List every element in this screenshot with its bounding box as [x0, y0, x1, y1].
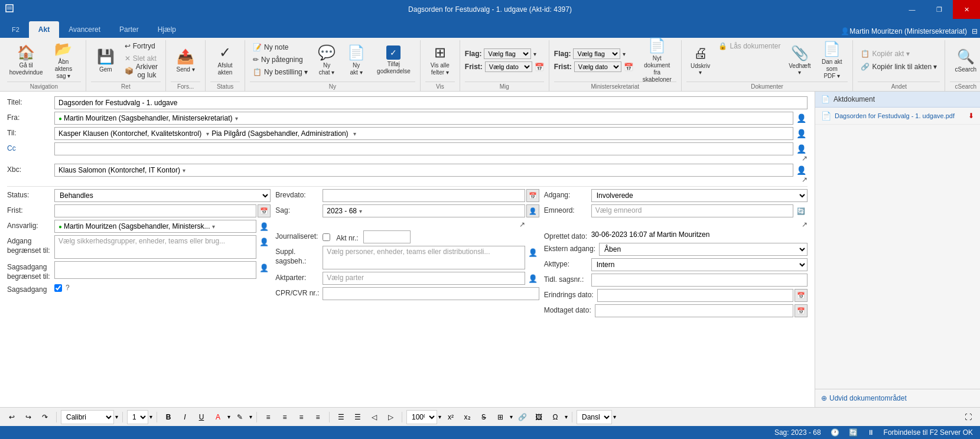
open-act-button[interactable]: 📂 Åbn aktenssag ▾	[46, 40, 81, 80]
tab-parter[interactable]: Parter	[110, 21, 148, 38]
aktparter-person-btn[interactable]: 👤	[526, 272, 539, 285]
til-dropdown1[interactable]: ▾	[206, 131, 209, 137]
laas-dokumenter-button[interactable]: 🔒 Lås dokumenter	[715, 40, 783, 52]
align-left-btn[interactable]: ≡	[261, 410, 275, 424]
cprcvr-input[interactable]	[323, 287, 539, 300]
erindrings-cal-btn[interactable]: 📅	[795, 289, 808, 302]
xbc-expand-icon[interactable]: ↗	[802, 175, 808, 184]
pdf-download-icon[interactable]: ⬇	[968, 112, 974, 120]
sag-dropdown[interactable]: ▾	[359, 208, 362, 214]
titel-input[interactable]	[54, 96, 808, 109]
cc-field[interactable]	[54, 142, 793, 155]
undo-toolbar-btn[interactable]: ↩	[5, 410, 19, 424]
frist-input[interactable]	[54, 204, 256, 217]
minimize-btn[interactable]: —	[898, 0, 926, 19]
adgang-field[interactable]: Vælg sikkerhedsgrupper, enheder, teams e…	[54, 235, 256, 259]
xbc-person-btn[interactable]: 👤	[795, 164, 808, 177]
min-flag-select[interactable]: Vælg flag	[573, 48, 620, 59]
bold-btn[interactable]: B	[161, 410, 175, 424]
ekstern-select[interactable]: Åben	[599, 243, 808, 256]
frist-calendar-btn[interactable]: 📅	[258, 204, 271, 217]
ny-akt-button[interactable]: 📄 Nyakt ▾	[343, 40, 370, 80]
num-list-btn[interactable]: ☰	[350, 410, 364, 424]
lang-select[interactable]: Dansk	[577, 410, 612, 424]
link-btn[interactable]: 🔗	[515, 410, 529, 424]
emneord-expand-icon[interactable]: ↗	[802, 220, 808, 229]
indent-inc-btn[interactable]: ▷	[383, 410, 398, 424]
close-btn[interactable]: ✕	[953, 0, 980, 19]
table-dropdown[interactable]: ▾	[510, 414, 513, 420]
align-center-btn[interactable]: ≡	[278, 410, 292, 424]
special-chars-btn[interactable]: Ω	[548, 410, 562, 424]
special-dropdown[interactable]: ▾	[565, 414, 568, 420]
font-color-dropdown[interactable]: ▾	[227, 414, 230, 420]
redo2-toolbar-btn[interactable]: ↷	[38, 410, 52, 424]
tab-avanceret[interactable]: Avanceret	[59, 21, 110, 38]
tilfoej-godkendelse-button[interactable]: ✓ Tilføjgodkendelse	[372, 40, 415, 80]
italic-btn[interactable]: I	[178, 410, 192, 424]
sagsadgang-checkbox[interactable]	[54, 284, 62, 292]
akt-nr-input[interactable]	[363, 230, 411, 243]
finish-button[interactable]: ✓ Afslutakten	[210, 40, 240, 80]
brevdato-input[interactable]	[323, 189, 525, 202]
justify-btn[interactable]: ≡	[311, 410, 325, 424]
strikethrough-btn[interactable]: S̶	[477, 410, 491, 424]
underline-btn[interactable]: U	[194, 410, 209, 424]
modtaget-input[interactable]	[595, 304, 793, 317]
tab-f2[interactable]: F2	[2, 21, 29, 38]
size-dropdown[interactable]: ▾	[149, 414, 152, 420]
subscript-btn[interactable]: x₂	[460, 410, 474, 424]
fra-person-btn[interactable]: 👤	[795, 112, 808, 125]
adgang-person-btn[interactable]: 👤	[258, 235, 271, 248]
erindrings-input[interactable]	[597, 289, 793, 302]
til-dropdown2[interactable]: ▾	[353, 131, 356, 137]
restore-btn[interactable]: ❐	[926, 0, 953, 19]
ansvarlig-field[interactable]: ● Martin Mouritzen (Sagsbehandler, Minis…	[54, 220, 256, 233]
indent-dec-btn[interactable]: ◁	[367, 410, 381, 424]
image-btn[interactable]: 🖼	[532, 410, 546, 424]
min-flag-dropdown[interactable]: ▾	[623, 51, 626, 57]
dan-pdf-button[interactable]: 📄 Dan aktsom PDF ▾	[816, 40, 848, 80]
sagsadgang-person-btn[interactable]: 👤	[258, 261, 271, 274]
redo-toolbar-btn[interactable]: ↪	[21, 410, 35, 424]
aktparter-field[interactable]: Vælg parter	[323, 272, 525, 285]
modtaget-cal-btn[interactable]: 📅	[795, 304, 808, 317]
adgang-select[interactable]: Involverede	[591, 189, 808, 202]
suppl-field[interactable]: Vælg personer, enheder, teams eller dist…	[323, 246, 525, 269]
emneord-field[interactable]: Vælg emneord	[591, 204, 793, 217]
csearch-button[interactable]: 🔍 cSearch	[950, 40, 980, 80]
ny-chat-button[interactable]: 💬 Nychat ▾	[313, 40, 340, 80]
undo-button[interactable]: ↩ Fortryd	[122, 40, 161, 52]
highlight-dropdown[interactable]: ▾	[249, 414, 252, 420]
mig-flag-dropdown[interactable]: ▾	[533, 51, 536, 57]
nyt-dokument-button[interactable]: 📄 Nyt dokumentfra skabeloner	[638, 40, 676, 80]
sagsadgang-field[interactable]	[54, 261, 256, 279]
sag-expand-icon[interactable]: ↗	[519, 220, 525, 229]
highlight-btn[interactable]: ✎	[233, 410, 247, 424]
xbc-field[interactable]: Klaus Salomon (Kontorchef, IT Kontor) ▾	[54, 164, 793, 177]
journaliseret-checkbox[interactable]	[323, 233, 330, 241]
til-field[interactable]: Kasper Klausen (Kontorchef, Kvalitetskon…	[54, 127, 793, 140]
expand-docs-button[interactable]: ⊕ Udvid dokumentområdet	[815, 389, 980, 407]
tab-hjaelp[interactable]: Hjælp	[148, 21, 185, 38]
udskriv-button[interactable]: 🖨 Udskriv ▾	[686, 40, 715, 80]
zoom-dropdown[interactable]: ▾	[438, 414, 441, 420]
list-btn[interactable]: ☰	[334, 410, 348, 424]
ny-note-button[interactable]: 📝 Ny note	[250, 41, 311, 53]
akttype-select[interactable]: Intern	[591, 258, 808, 271]
fullscreen-btn[interactable]: ⛶	[961, 410, 975, 424]
table-btn[interactable]: ⊞	[493, 410, 507, 424]
til-person-btn[interactable]: 👤	[795, 127, 808, 140]
fra-dropdown[interactable]: ▾	[235, 115, 238, 122]
mig-flag-select[interactable]: Vælg flag	[484, 48, 531, 59]
font-dropdown[interactable]: ▾	[115, 414, 118, 420]
align-right-btn[interactable]: ≡	[294, 410, 308, 424]
superscript-btn[interactable]: x²	[444, 410, 458, 424]
sagsadgang-help-icon[interactable]: ?	[66, 284, 70, 292]
xbc-dropdown[interactable]: ▾	[183, 167, 185, 174]
brevdato-calendar-btn[interactable]: 📅	[526, 189, 539, 202]
font-color-btn[interactable]: A	[211, 410, 225, 424]
cc-person-btn[interactable]: 👤	[795, 142, 808, 155]
suppl-person-btn[interactable]: 👤	[526, 246, 539, 259]
cc-expand-icon[interactable]: ↗	[802, 154, 808, 162]
